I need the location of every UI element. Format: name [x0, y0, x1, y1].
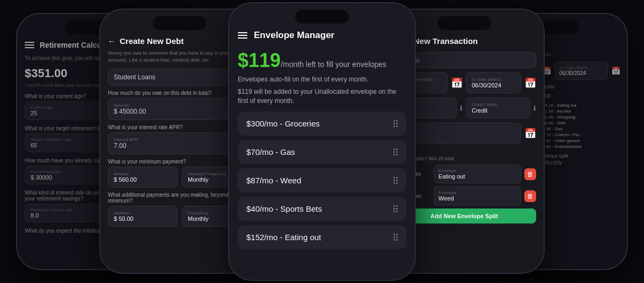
- debt-add-amount-input[interactable]: Addition... $ 50.00: [108, 206, 178, 227]
- envelope-manager-content: Envelope Manager $119/month left to fill…: [229, 3, 415, 280]
- envelope-label-3: $40/mo - Sports Bets: [246, 204, 322, 213]
- drag-icon-2: [393, 177, 398, 184]
- notch-debt: [153, 16, 207, 30]
- envelope-hamburger-icon[interactable]: [238, 32, 247, 39]
- home-calendar-icon-2: 📅: [611, 62, 620, 80]
- transaction-to-date[interactable]: To Date (MM/D... 06/30/2024: [466, 72, 521, 93]
- split-envelope-1[interactable]: Envelope Eating out: [434, 165, 521, 183]
- envelope-label-1: $70/mo - Gas: [246, 147, 295, 157]
- legend-item-4: $33.36 - Gas: [532, 126, 620, 131]
- drag-icon-0: [393, 120, 398, 127]
- calendar-icon-2: 📅: [524, 72, 536, 93]
- envelope-item-4[interactable]: $152/mo - Eating out: [238, 225, 406, 249]
- legend-item-7: $10.00 - Entertainment: [532, 144, 620, 149]
- phones-container: Retirement Calculator To achieve this go…: [0, 0, 644, 283]
- drag-icon-4: [393, 234, 398, 241]
- legend-item-1: $111.56 - Alcohol: [532, 109, 620, 114]
- phone-envelope-manager: Envelope Manager $119/month left to fill…: [228, 2, 416, 281]
- pie-legend: $184.18 - Eating out $111.56 - Alcohol $…: [532, 103, 620, 150]
- transaction-credit-debit[interactable]: Credit / Debit Credit: [466, 98, 530, 118]
- envelope-subtitle-1: Envelopes auto-fill on the first of ever…: [238, 75, 406, 84]
- split-envelope-2[interactable]: Envelope Weed: [434, 187, 521, 205]
- split-delete-2[interactable]: 🗑: [524, 190, 536, 202]
- envelope-label-4: $152/mo - Eating out: [246, 233, 321, 242]
- envelope-amount-suffix: /month left to fill your envelopes: [281, 60, 386, 69]
- envelope-label-2: $87/mo - Weed: [246, 176, 301, 185]
- split-delete-1[interactable]: 🗑: [524, 168, 536, 180]
- calendar-icon: 📅: [451, 72, 463, 93]
- drag-icon-1: [393, 148, 398, 155]
- info-icon-credit: ℹ: [533, 98, 536, 118]
- calendar-icon-3: 📅: [524, 123, 536, 144]
- notch-transaction: [437, 16, 491, 30]
- info-icon-amount: ℹ: [460, 98, 463, 118]
- debt-title: Create New Debt: [120, 36, 184, 46]
- legend-item-0: $184.18 - Eating out: [532, 103, 620, 108]
- envelope-label-0: $300/mo - Groceries: [246, 119, 320, 128]
- legend-item-2: $110.36 - Shopping: [532, 115, 620, 120]
- envelope-subtitle-2: $119 will be added to your Unallocated e…: [238, 87, 406, 106]
- envelope-item-1[interactable]: $70/mo - Gas: [238, 140, 406, 164]
- envelope-hero: $119/month left to fill your envelopes E…: [238, 49, 406, 105]
- back-arrow-icon[interactable]: ←: [108, 37, 115, 46]
- envelope-item-0[interactable]: $300/mo - Groceries: [238, 111, 406, 136]
- legend-item-6: $26.67 - Video games: [532, 138, 620, 143]
- envelope-amount: $119: [238, 49, 281, 71]
- envelope-manager-title: Envelope Manager: [254, 30, 334, 41]
- home-to-date[interactable]: To Date (MM/D... 06/30/2024: [554, 62, 608, 80]
- debt-min-amount-input[interactable]: Amount $ 560.00: [108, 167, 178, 188]
- envelope-item-3[interactable]: $40/mo - Sports Bets: [238, 197, 406, 221]
- legend-item-5: $29.72 - Clothes / Per...: [532, 132, 620, 137]
- envelope-item-2[interactable]: $87/mo - Weed: [238, 168, 406, 192]
- notch-center: [295, 10, 349, 24]
- drag-icon-3: [393, 205, 398, 212]
- legend-item-3: $108.00 - Gifts: [532, 121, 620, 125]
- hamburger-icon[interactable]: [25, 42, 34, 48]
- envelope-manager-header: Envelope Manager: [238, 30, 406, 41]
- envelope-list: $300/mo - Groceries $70/mo - Gas $87/mo …: [238, 111, 406, 249]
